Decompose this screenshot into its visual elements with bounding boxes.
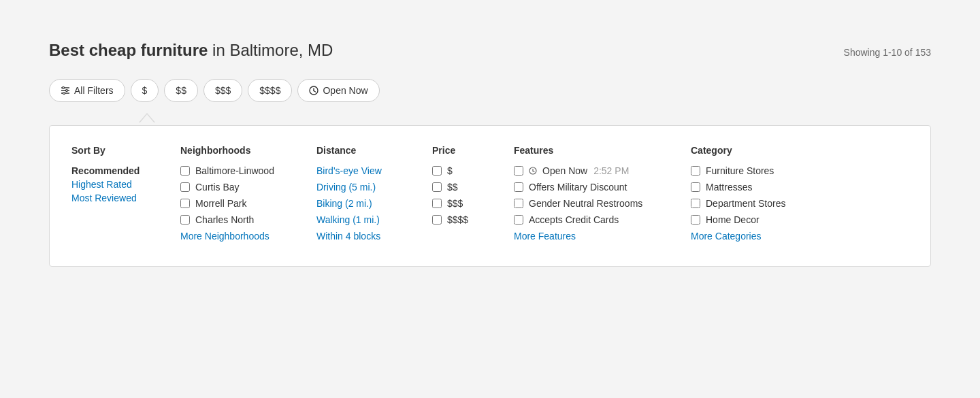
price-1-checkbox[interactable]: $ (432, 165, 497, 176)
neighborhood-charles-north[interactable]: Charles North (180, 214, 300, 225)
feature-gender-neutral-restrooms[interactable]: Gender Neutral Restrooms (514, 198, 674, 209)
header-row: Best cheap furniture in Baltimore, MD Sh… (49, 41, 931, 60)
svg-point-3 (63, 87, 65, 89)
clock-small-icon (529, 167, 537, 175)
all-filters-button[interactable]: All Filters (49, 79, 125, 102)
sort-by-section: Sort By Recommended Highest Rated Most R… (71, 145, 180, 247)
open-now-button[interactable]: Open Now (297, 79, 379, 102)
sliders-icon (61, 86, 70, 95)
svg-line-11 (533, 171, 534, 172)
feature-accepts-credit-cards[interactable]: Accepts Credit Cards (514, 214, 674, 225)
clock-icon (309, 86, 318, 95)
neighborhoods-heading: Neighborhoods (180, 145, 300, 156)
distance-biking[interactable]: Biking (2 mi.) (316, 198, 416, 209)
panel-pointer (49, 113, 931, 125)
distance-walking[interactable]: Walking (1 mi.) (316, 214, 416, 225)
distance-section: Distance Bird's-eye View Driving (5 mi.)… (316, 145, 432, 247)
price-4-checkbox[interactable]: $$$$ (432, 214, 497, 225)
neighborhood-morrell-park[interactable]: Morrell Park (180, 198, 300, 209)
distance-driving[interactable]: Driving (5 mi.) (316, 182, 416, 193)
category-section: Category Furniture Stores Mattresses Dep… (691, 145, 840, 247)
svg-point-4 (66, 90, 68, 92)
filter-panel: Sort By Recommended Highest Rated Most R… (49, 125, 931, 267)
more-features-link[interactable]: More Features (514, 231, 674, 242)
sort-highest-rated[interactable]: Highest Rated (71, 179, 164, 190)
distance-within-blocks[interactable]: Within 4 blocks (316, 231, 416, 242)
category-home-decor[interactable]: Home Decor (691, 214, 824, 225)
features-heading: Features (514, 145, 674, 156)
price-1-button[interactable]: $ (131, 79, 159, 102)
features-section: Features Open Now 2:52 PM (514, 145, 691, 247)
category-department-stores[interactable]: Department Stores (691, 198, 824, 209)
sort-most-reviewed[interactable]: Most Reviewed (71, 193, 164, 203)
price-2-checkbox[interactable]: $$ (432, 182, 497, 193)
svg-point-5 (63, 93, 65, 95)
price-heading: Price (432, 145, 497, 156)
neighborhood-curtis-bay[interactable]: Curtis Bay (180, 182, 300, 193)
price-2-button[interactable]: $$ (164, 79, 198, 102)
filter-bar: All Filters $ $$ $$$ $$$$ Open Now (49, 79, 931, 102)
neighborhood-baltimore-linwood[interactable]: Baltimore-Linwood (180, 165, 300, 176)
feature-military-discount[interactable]: Offers Military Discount (514, 182, 674, 193)
svg-line-8 (314, 91, 316, 93)
page-title: Best cheap furniture in Baltimore, MD (49, 41, 333, 60)
distance-heading: Distance (316, 145, 416, 156)
price-3-button[interactable]: $$$ (203, 79, 242, 102)
neighborhoods-section: Neighborhoods Baltimore-Linwood Curtis B… (180, 145, 316, 247)
price-section: Price $ $$ $$$ $$$$ (432, 145, 514, 247)
price-3-checkbox[interactable]: $$$ (432, 198, 497, 209)
price-4-button[interactable]: $$$$ (248, 79, 292, 102)
distance-birds-eye[interactable]: Bird's-eye View (316, 165, 416, 176)
more-neighborhoods-link[interactable]: More Neighborhoods (180, 231, 300, 242)
category-mattresses[interactable]: Mattresses (691, 182, 824, 193)
showing-count: Showing 1-10 of 153 (844, 47, 931, 58)
more-categories-link[interactable]: More Categories (691, 231, 824, 242)
category-furniture-stores[interactable]: Furniture Stores (691, 165, 824, 176)
sort-by-heading: Sort By (71, 145, 164, 156)
feature-open-now[interactable]: Open Now 2:52 PM (514, 165, 674, 176)
sort-recommended[interactable]: Recommended (71, 165, 164, 176)
category-heading: Category (691, 145, 824, 156)
